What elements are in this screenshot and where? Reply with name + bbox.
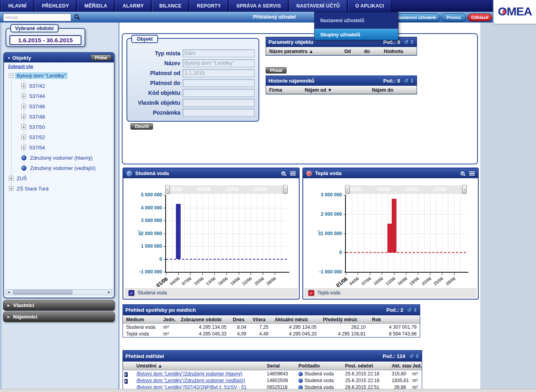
collapse-node-icon[interactable]: − bbox=[9, 73, 13, 78]
search-input[interactable] bbox=[3, 13, 71, 21]
column-header-hodnota[interactable]: Hodnota bbox=[381, 49, 417, 54]
column-header-firma[interactable]: Firma bbox=[266, 87, 302, 93]
scrollbar-thumb[interactable] bbox=[13, 290, 72, 294]
nav-item-alarmy[interactable]: ALARMY bbox=[115, 0, 151, 12]
nav-item-reporty[interactable]: REPORTY bbox=[190, 0, 228, 12]
column-header-jed[interactable]: Jed. bbox=[409, 363, 422, 369]
sort-icon[interactable]: ⇕ bbox=[410, 78, 414, 84]
column-header-n-zev-parametru[interactable]: Název parametru ▲ bbox=[266, 49, 341, 54]
nav-item-o-aplikaci[interactable]: O APLIKACI bbox=[348, 0, 391, 12]
sidebar-section-n-jemn-ci[interactable]: Nájemníci▸ bbox=[3, 312, 115, 322]
slider-handle-left[interactable]: ⋮ bbox=[165, 185, 170, 194]
column-header-zobrazen-obdob[interactable]: Zobrazené období bbox=[177, 317, 230, 322]
refresh-icon[interactable]: ↺ bbox=[404, 39, 408, 45]
column-header-m-dium[interactable]: Médium bbox=[123, 317, 160, 322]
column-header-v-era[interactable]: Včera bbox=[249, 317, 272, 322]
expand-node-icon[interactable]: + bbox=[21, 135, 26, 139]
sort-icon[interactable]: ⇕ bbox=[410, 39, 414, 45]
tree-node-label[interactable]: Združený vodomer (vedľajší) bbox=[28, 165, 97, 172]
bottom-scrollbar-strip[interactable] bbox=[0, 389, 536, 392]
column-header-dnes[interactable]: Dnes bbox=[230, 317, 249, 322]
expand-node-icon[interactable]: + bbox=[9, 186, 13, 191]
column-header-um-st-n[interactable]: Umístění ▲ bbox=[133, 363, 264, 369]
add-tenant-button[interactable]: Přidat bbox=[266, 67, 287, 74]
pozn-mka-field[interactable] bbox=[183, 109, 255, 117]
menu-item-skupiny-u-ivatel[interactable]: Skupiny uživatelů bbox=[315, 29, 398, 40]
nav-item-bilance[interactable]: BILANCE bbox=[152, 0, 189, 12]
slider-handle-right[interactable]: ⋮ bbox=[283, 185, 288, 194]
expand-node-icon[interactable]: + bbox=[21, 94, 26, 98]
expand-node-icon[interactable]: + bbox=[21, 114, 26, 119]
legend-checkbox[interactable]: ✓ bbox=[128, 290, 134, 296]
refresh-icon[interactable]: ↺ bbox=[404, 78, 408, 84]
tree-node-label[interactable]: 537/48 bbox=[28, 113, 47, 120]
tree-node-label[interactable]: 537/52 bbox=[28, 134, 47, 141]
column-header-p-ede-l-m-s-c[interactable]: Předešlý měsíc bbox=[320, 317, 369, 322]
nav-item-hlavn[interactable]: HLAVNÍ bbox=[1, 0, 34, 12]
scroll-right-icon[interactable]: ► bbox=[106, 290, 112, 295]
column-header-po-tadlo[interactable]: Počítadlo bbox=[295, 363, 342, 369]
tree-node-label[interactable]: 537/44 bbox=[28, 93, 47, 100]
column-header-rok[interactable]: Rok bbox=[369, 317, 420, 322]
legend-checkbox[interactable]: ✓ bbox=[308, 290, 314, 296]
typ-m-sta-field[interactable]: Dům bbox=[183, 49, 255, 57]
sidebar-section-vlastn-ci[interactable]: Vlastníci▸ bbox=[3, 300, 115, 311]
nav-item-nastaven-t[interactable]: NASTAVENÍ ÚČTŮ bbox=[289, 0, 347, 12]
k-d-objektu-field[interactable] bbox=[183, 89, 255, 97]
tree-node-label[interactable]: ZUŠ bbox=[15, 175, 28, 182]
tree-node-label[interactable]: Bytový dom "Lentilky" bbox=[15, 72, 68, 79]
platnost-od-field[interactable]: 1.1.2015 bbox=[183, 69, 255, 77]
nav-item-m-idla[interactable]: MĚŘIDLA bbox=[77, 0, 114, 12]
tree-horizontal-scrollbar[interactable]: ◄ ► bbox=[6, 289, 112, 295]
tree-node-label[interactable]: 537/54 bbox=[28, 144, 47, 151]
column-header-posl-ode-et[interactable]: Posl. odečet bbox=[342, 363, 389, 369]
meter-location-link[interactable]: /Bytový dom "Lentilky"/Združený vodomer … bbox=[133, 371, 264, 377]
refresh-icon[interactable]: ↺ bbox=[407, 307, 411, 313]
expand-node-icon[interactable]: + bbox=[21, 145, 26, 150]
expand-node-icon[interactable]: + bbox=[21, 104, 26, 109]
expand-node-icon[interactable]: + bbox=[9, 176, 13, 181]
chart-range-slider[interactable]: 01/0608/0615/0622/06⋮⋮ bbox=[346, 185, 466, 194]
chart-menu-icon[interactable] bbox=[290, 172, 296, 175]
nav-item-p-ehledy[interactable]: PŘEHLEDY bbox=[35, 0, 76, 12]
tree-node-label[interactable]: 537/42 bbox=[28, 83, 47, 89]
period-value[interactable]: 1.6.2015 - 30.6.2015 bbox=[9, 35, 81, 45]
platnost-do-field[interactable] bbox=[183, 79, 255, 87]
sort-icon[interactable]: ⇕ bbox=[413, 307, 417, 313]
tree-node-label[interactable]: ZŠ Stará Turá bbox=[15, 185, 50, 192]
column-header-jedn[interactable]: Jedn. bbox=[160, 317, 177, 322]
column-header-serial[interactable]: Serial bbox=[264, 363, 295, 369]
flag-icon[interactable]: F bbox=[125, 379, 128, 384]
column-header-aktu-ln-m-s-c[interactable]: Aktuální měsíc bbox=[272, 317, 320, 322]
column-header-n-jem-do[interactable]: Nájem do bbox=[369, 87, 417, 93]
provoz-button[interactable]: Provoz bbox=[442, 13, 466, 21]
menu-item-nastaven-u-ivatel[interactable]: Nastavení uživatelů bbox=[315, 12, 398, 29]
nav-item-spr-va-a-servis[interactable]: SPRÁVA A SERVIS bbox=[229, 0, 288, 12]
add-object-button[interactable]: Přidat bbox=[91, 55, 111, 61]
expand-node-icon[interactable]: + bbox=[21, 124, 26, 129]
scroll-left-icon[interactable]: ◄ bbox=[6, 290, 11, 295]
tree-node-label[interactable]: Združený vodomer (hlavný) bbox=[28, 155, 94, 161]
zoom-icon[interactable] bbox=[281, 172, 285, 175]
tree-node-label[interactable]: 537/46 bbox=[28, 103, 47, 110]
zoom-icon[interactable] bbox=[461, 172, 464, 175]
sort-icon[interactable]: ⇕ bbox=[415, 353, 419, 359]
chart-range-slider[interactable]: 01/0608/0615/0622/06⋮⋮ bbox=[166, 185, 287, 194]
nastaven-u-ivatele-button[interactable]: Nastavení uživatele bbox=[393, 13, 440, 21]
tree-node-label[interactable]: 537/50 bbox=[28, 124, 47, 130]
expand-node-icon[interactable]: + bbox=[21, 83, 26, 88]
meter-location-link[interactable]: /Bytový dom "Lentilky"/Združený vodomer … bbox=[133, 378, 264, 383]
show-all-link[interactable]: Zobrazit vše bbox=[8, 64, 33, 69]
flag-icon[interactable]: F bbox=[125, 372, 128, 377]
column-header-akt-stav[interactable]: Akt. stav bbox=[389, 363, 409, 369]
slider-handle-left[interactable]: ⋮ bbox=[345, 185, 350, 194]
odhl-sit-button[interactable]: Odhlásit bbox=[468, 13, 492, 21]
search-icon[interactable] bbox=[74, 14, 81, 21]
objects-panel-header[interactable]: ▾ Objekty Přidat bbox=[4, 53, 114, 62]
column-header-od[interactable]: Od bbox=[341, 49, 361, 54]
slider-handle-right[interactable]: ⋮ bbox=[462, 185, 467, 194]
vlastn-k-objektu-field[interactable] bbox=[183, 99, 255, 107]
column-header-n-jem-od[interactable]: Nájem od ▼ bbox=[302, 87, 369, 93]
column-header-do[interactable]: do bbox=[361, 49, 381, 54]
chart-menu-icon[interactable] bbox=[469, 172, 475, 175]
